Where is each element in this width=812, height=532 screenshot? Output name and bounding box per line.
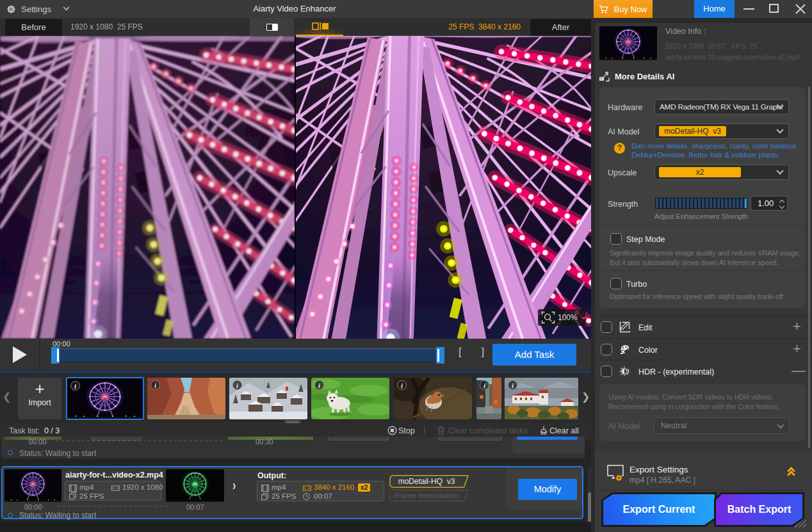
svg-text:moDetail-HQ v3: moDetail-HQ v3	[398, 477, 455, 486]
svg-text:Frame Interpolation: Frame Interpolation	[394, 492, 459, 499]
